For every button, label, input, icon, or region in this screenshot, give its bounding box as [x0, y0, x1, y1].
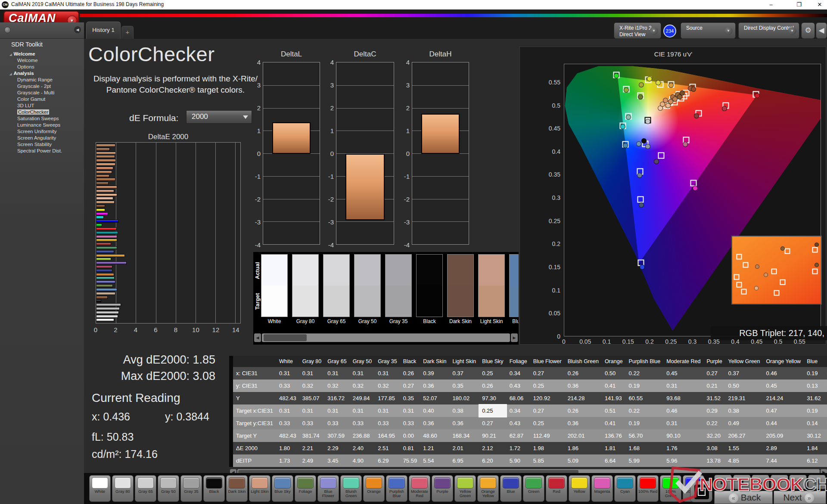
strip-scroll-right-icon[interactable]: ▶: [511, 333, 518, 342]
table-cell: 249.84: [350, 392, 375, 404]
patch-button-light-skin[interactable]: Light Skin: [249, 475, 270, 502]
patch-button-green[interactable]: Green: [523, 475, 544, 502]
sidebar-item-welcome[interactable]: ◢Welcome: [0, 51, 84, 57]
patch-button-yellow[interactable]: Yellow: [569, 475, 590, 502]
sidebar-item-saturation-sweeps[interactable]: Saturation Sweeps: [0, 115, 84, 122]
axis-tick-label: 0.05: [579, 338, 591, 345]
patch-button-gray-50[interactable]: Gray 50: [158, 475, 179, 502]
sidebar-item-3d-lut[interactable]: 3D LUT: [0, 103, 84, 109]
back-button[interactable]: «Back: [714, 491, 773, 504]
sidebar-item-grayscale-2pt[interactable]: Grayscale - 2pt: [0, 83, 84, 90]
sidebar-item-screen-stability[interactable]: Screen Stability: [0, 141, 84, 148]
patch-button-swatch: [411, 477, 428, 488]
sidebar-item-dynamic-range[interactable]: Dynamic Range: [0, 77, 84, 83]
patch-button-moderate-red[interactable]: Moderate Red: [409, 475, 430, 502]
pattern-window-button[interactable]: [690, 481, 712, 502]
sidebar-item-screen-angularity[interactable]: Screen Angularity: [0, 135, 84, 141]
patch-button-purple[interactable]: Purple: [432, 475, 453, 502]
source-dropdown[interactable]: Source ▼: [681, 22, 736, 39]
cie-measured-point: [654, 159, 659, 164]
sidebar-item-analysis[interactable]: ◢Analysis: [0, 70, 84, 77]
close-icon[interactable]: ✕: [812, 0, 827, 9]
source-status-stripe: [682, 24, 684, 37]
patch-button-gray-65[interactable]: Gray 65: [135, 475, 156, 502]
gridline: [412, 176, 469, 177]
table-cell: 1.86: [565, 442, 602, 454]
restore-icon[interactable]: ❐: [792, 0, 806, 9]
table-cell: 0.29: [703, 404, 725, 417]
next-button[interactable]: Next»: [774, 491, 826, 504]
patch-button-orange[interactable]: Orange: [363, 475, 385, 502]
table-cell: 56.70: [626, 429, 664, 442]
sidebar-item-options[interactable]: Options: [0, 64, 84, 70]
patch-button-blue[interactable]: Blue: [500, 475, 522, 502]
patch-button-orange-yellow[interactable]: Orange Yellow: [477, 475, 499, 502]
patch-button-cyan[interactable]: Cyan: [614, 475, 636, 502]
collapse-right-icon[interactable]: ◀: [816, 22, 827, 39]
deltae-bar: [96, 261, 127, 264]
strip-scrollbar[interactable]: [262, 333, 510, 342]
add-tab-button[interactable]: +: [121, 26, 134, 39]
inset-target-square: [741, 289, 746, 294]
sidebar-item-colorchecker[interactable]: ColorChecker: [0, 109, 84, 115]
sidebar-item-color-gamut[interactable]: Color Gamut: [0, 96, 84, 103]
aux-button[interactable]: ◧: [789, 475, 807, 489]
aux-button[interactable]: ◼: [733, 475, 751, 489]
table-cell: 0.33: [276, 380, 299, 392]
aux-button[interactable]: ▶: [752, 475, 769, 489]
axis-tick-label: -3: [324, 218, 334, 226]
aux-button[interactable]: ▮▮: [714, 475, 732, 489]
table-column-header: Blue: [804, 356, 824, 367]
strip-scroll-thumb[interactable]: [264, 334, 307, 341]
patch-button-purplish-blue[interactable]: Purplish Blue: [386, 475, 407, 502]
sidebar-item-screen-uniformity[interactable]: Screen Uniformity: [0, 128, 84, 135]
axis-tick-label: 0: [562, 338, 566, 345]
cie-measured-point: [645, 144, 650, 149]
patch-button-swatch: [640, 477, 656, 488]
patch-button-100-green[interactable]: 100% Green: [660, 475, 681, 502]
patch-button-bluish-green[interactable]: Bluish Green: [340, 475, 362, 502]
tab-history1[interactable]: History 1: [86, 22, 121, 39]
axis-tick-label: 6: [154, 326, 157, 333]
deltae-bar: [96, 250, 114, 253]
axis-tick-label: 3: [251, 81, 261, 89]
deltae-bar: [96, 315, 118, 318]
sidebar-collapse-icon[interactable]: ◀: [74, 26, 81, 33]
table-cell: 0.43: [507, 380, 530, 392]
patch-button-gray-80[interactable]: Gray 80: [112, 475, 134, 502]
chevron-down-icon[interactable]: ▼: [650, 27, 658, 35]
de-formula-select[interactable]: 2000: [186, 110, 252, 124]
sidebar-item-welcome[interactable]: Welcome: [0, 57, 84, 64]
display-control-dropdown[interactable]: Direct Display Control ▼: [738, 22, 799, 39]
patch-actual-swatch: [354, 254, 381, 286]
patch-button-foliage[interactable]: Foliage: [295, 475, 316, 502]
patch-button-white[interactable]: White: [89, 475, 111, 502]
patch-button-blue-flower[interactable]: Blue Flower: [317, 475, 339, 502]
sidebar-item-grayscale-multi[interactable]: Grayscale - Multi: [0, 90, 84, 96]
sidebar-item-luminance-sweeps[interactable]: Luminance Sweeps: [0, 122, 84, 128]
meter-dropdown[interactable]: X-Rite i1Pro 2 Direct View ▼: [614, 22, 661, 39]
chevron-down-icon[interactable]: ▼: [788, 27, 796, 35]
patch-button-magenta[interactable]: Magenta: [591, 475, 613, 502]
gear-icon[interactable]: ⚙: [801, 22, 815, 39]
aux-button[interactable]: ⏺: [771, 475, 788, 489]
patch-button-red[interactable]: Red: [546, 475, 567, 502]
panel-knob-icon[interactable]: [4, 27, 11, 33]
table-cell: 482.43: [276, 392, 299, 404]
sidebar-item-spectral-power-dist-[interactable]: Spectral Power Dist.: [0, 148, 84, 154]
patch-button-label: Foliage: [295, 489, 316, 494]
table-cell: 32.20: [703, 429, 725, 442]
patch-button-blue-sky[interactable]: Blue Sky: [272, 475, 293, 502]
patch-button-yellow-green[interactable]: Yellow Green: [454, 475, 476, 502]
strip-scroll-left-icon[interactable]: ◀: [254, 333, 261, 342]
meter-count-badge[interactable]: 234: [663, 25, 676, 37]
patch-actual-swatch: [509, 254, 519, 286]
patch-button-gray-35[interactable]: Gray 35: [180, 475, 202, 502]
patch-button-100-red[interactable]: 100% Red: [637, 475, 659, 502]
chevron-down-icon[interactable]: ▼: [724, 27, 733, 35]
patch-button-black[interactable]: Black: [203, 475, 225, 502]
minimize-icon[interactable]: –: [764, 0, 778, 9]
patch-button-swatch: [525, 477, 542, 488]
patch-button-dark-skin[interactable]: Dark Skin: [226, 475, 248, 502]
aux-button[interactable]: ▤: [808, 475, 826, 489]
